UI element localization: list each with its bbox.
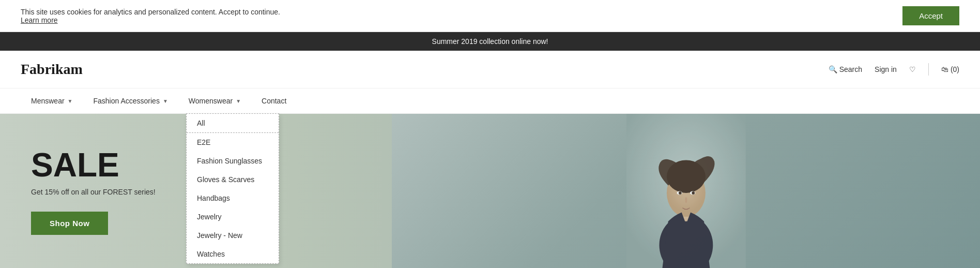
womenswear-label: Womenswear bbox=[189, 97, 233, 105]
cookie-text: This site uses cookies for analytics and… bbox=[21, 8, 280, 24]
cart-button[interactable]: 🛍 (0) bbox=[941, 65, 959, 73]
menswear-label: Menswear bbox=[31, 97, 65, 105]
contact-label: Contact bbox=[262, 97, 286, 105]
model-silhouette bbox=[626, 114, 746, 268]
nav-item-contact[interactable]: Contact bbox=[251, 88, 297, 113]
hero-image bbox=[392, 114, 980, 268]
nav-item-fashion-accessories[interactable]: Fashion Accessories ▼ bbox=[83, 88, 178, 113]
cart-icon: 🛍 bbox=[941, 65, 948, 73]
dropdown-item-watches[interactable]: Watches bbox=[187, 245, 279, 263]
header-divider bbox=[928, 63, 929, 76]
logo-text: Fabrikam bbox=[21, 61, 83, 77]
cookie-message: This site uses cookies for analytics and… bbox=[21, 8, 280, 16]
dropdown-item-handbags[interactable]: Handbags bbox=[187, 189, 279, 207]
dropdown-item-e2e[interactable]: E2E bbox=[187, 133, 279, 152]
promo-bar: Summer 2019 collection online now! bbox=[0, 32, 980, 51]
promo-text: Summer 2019 collection online now! bbox=[432, 37, 548, 46]
chevron-down-icon: ▼ bbox=[236, 98, 241, 104]
hero-sale-text: SALE bbox=[31, 148, 156, 182]
learn-more-link[interactable]: Learn more bbox=[21, 16, 58, 24]
nav-bar: Menswear ▼ Fashion Accessories ▼ Womensw… bbox=[0, 88, 980, 114]
hero-section: SALE Get 15% off on all our FOREST serie… bbox=[0, 114, 980, 268]
heart-icon: ♡ bbox=[909, 65, 916, 73]
dropdown-item-all[interactable]: All bbox=[187, 114, 279, 133]
nav-item-womenswear[interactable]: Womenswear ▼ bbox=[178, 88, 251, 113]
logo[interactable]: Fabrikam bbox=[21, 61, 83, 78]
shop-now-button[interactable]: Shop Now bbox=[31, 212, 108, 235]
accept-button[interactable]: Accept bbox=[902, 6, 959, 25]
fashion-accessories-dropdown: All E2E Fashion Sunglasses Gloves & Scar… bbox=[186, 113, 279, 264]
hero-content: SALE Get 15% off on all our FOREST serie… bbox=[0, 128, 187, 256]
svg-point-8 bbox=[692, 191, 695, 195]
search-button[interactable]: 🔍 Search bbox=[829, 65, 862, 73]
cart-count: (0) bbox=[951, 65, 959, 73]
dropdown-item-jewelry-new[interactable]: Jewelry - New bbox=[187, 226, 279, 245]
search-icon: 🔍 bbox=[829, 65, 837, 73]
hero-subtitle: Get 15% off on all our FOREST series! bbox=[31, 188, 156, 196]
dropdown-item-fashion-sunglasses[interactable]: Fashion Sunglasses bbox=[187, 152, 279, 170]
svg-point-7 bbox=[679, 191, 682, 195]
dropdown-item-jewelry[interactable]: Jewelry bbox=[187, 207, 279, 226]
chevron-down-icon: ▼ bbox=[163, 98, 168, 104]
svg-point-4 bbox=[667, 160, 706, 192]
cookie-banner: This site uses cookies for analytics and… bbox=[0, 0, 980, 32]
chevron-down-icon: ▼ bbox=[68, 98, 73, 104]
search-label: Search bbox=[839, 65, 862, 73]
nav-item-menswear[interactable]: Menswear ▼ bbox=[21, 88, 83, 113]
wishlist-button[interactable]: ♡ bbox=[909, 65, 916, 73]
dropdown-item-gloves-scarves[interactable]: Gloves & Scarves bbox=[187, 170, 279, 189]
signin-button[interactable]: Sign in bbox=[875, 65, 897, 73]
header: Fabrikam 🔍 Search Sign in ♡ 🛍 (0) bbox=[0, 51, 980, 88]
fashion-accessories-label: Fashion Accessories bbox=[94, 97, 160, 105]
header-right: 🔍 Search Sign in ♡ 🛍 (0) bbox=[829, 63, 959, 76]
